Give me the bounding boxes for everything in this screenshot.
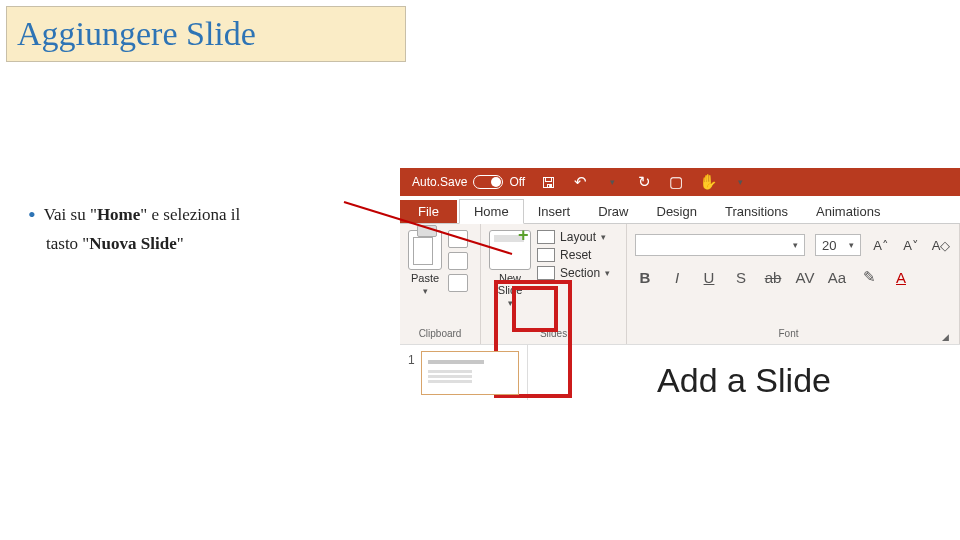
- bullet-part3a: tasto ": [46, 234, 89, 253]
- toggle-switch[interactable]: [473, 175, 503, 189]
- reset-label: Reset: [560, 248, 591, 262]
- font-name-field[interactable]: ▾: [635, 234, 805, 256]
- bullet-part2: " e seleziona il: [140, 205, 240, 224]
- new-slide-dropdown[interactable]: ▾: [508, 298, 513, 308]
- font-size-field[interactable]: 20▾: [815, 234, 861, 256]
- powerpoint-screenshot: Auto.Save Off 🖫 ↶ ▾ ↻ ▢ ✋ ▾ File Home In…: [400, 168, 960, 400]
- redo-icon[interactable]: ↻: [635, 173, 653, 191]
- group-clipboard: Paste ▾ Clipboard: [400, 224, 481, 344]
- bullet-part3b: ": [177, 234, 184, 253]
- section-button[interactable]: Section▾: [537, 266, 610, 280]
- reset-button[interactable]: Reset: [537, 248, 610, 262]
- shrink-font-icon[interactable]: A˅: [901, 238, 921, 253]
- bullet-text: • Vai su "Home" e seleziona il tasto "Nu…: [28, 195, 368, 257]
- slide-title-box: Aggiungere Slide: [6, 6, 406, 62]
- bullet-part1: Vai su ": [44, 205, 97, 224]
- italic-button[interactable]: I: [667, 269, 687, 286]
- ribbon-tabs: File Home Insert Draw Design Transitions…: [400, 196, 960, 224]
- plus-icon: +: [518, 225, 529, 246]
- tab-insert[interactable]: Insert: [524, 200, 585, 223]
- slide-canvas: Add a Slide: [528, 345, 960, 400]
- underline-button[interactable]: U: [699, 269, 719, 286]
- grow-font-icon[interactable]: A˄: [871, 238, 891, 253]
- slide-thumbnail[interactable]: [421, 351, 519, 395]
- format-painter-icon[interactable]: [448, 274, 468, 292]
- strike-button[interactable]: ab: [763, 269, 783, 286]
- tab-design[interactable]: Design: [643, 200, 711, 223]
- highlight-color-icon[interactable]: ✎: [859, 268, 879, 286]
- font-color-icon[interactable]: A: [891, 269, 911, 286]
- new-slide-label: New Slide: [498, 272, 522, 296]
- font-size-value: 20: [822, 238, 836, 253]
- undo-dropdown[interactable]: ▾: [603, 177, 621, 187]
- qat-dropdown[interactable]: ▾: [731, 177, 749, 187]
- section-label: Section: [560, 266, 600, 280]
- clear-format-icon[interactable]: A◇: [931, 238, 951, 253]
- new-slide-button[interactable]: + New Slide ▾: [489, 230, 531, 308]
- slides-group-label: Slides: [489, 328, 618, 342]
- touch-icon[interactable]: ✋: [699, 173, 717, 191]
- slide-deck: 1 Add a Slide: [400, 344, 960, 400]
- paste-label: Paste: [411, 272, 439, 284]
- new-slide-icon: +: [489, 230, 531, 270]
- group-font: ▾ 20▾ A˄ A˅ A◇ B I U S ab AV Aa ✎: [627, 224, 960, 344]
- tab-home[interactable]: Home: [459, 199, 524, 224]
- tab-animations[interactable]: Animations: [802, 200, 894, 223]
- section-icon: [537, 266, 555, 280]
- copy-icon[interactable]: [448, 252, 468, 270]
- cut-icon[interactable]: [448, 230, 468, 248]
- reset-icon: [537, 248, 555, 262]
- tab-draw[interactable]: Draw: [584, 200, 642, 223]
- tab-file[interactable]: File: [400, 200, 457, 223]
- bold-button[interactable]: B: [635, 269, 655, 286]
- paste-icon: [408, 230, 442, 270]
- ribbon-body: Paste ▾ Clipboard + New Slide ▾: [400, 224, 960, 344]
- slide-thumbnail-panel: 1: [400, 345, 528, 400]
- paste-dropdown[interactable]: ▾: [423, 286, 428, 296]
- layout-icon: [537, 230, 555, 244]
- bullet-home-word: Home: [97, 205, 140, 224]
- clipboard-group-label: Clipboard: [408, 328, 472, 342]
- layout-label: Layout: [560, 230, 596, 244]
- slide-thumb-number: 1: [408, 351, 415, 367]
- autosave-state: Off: [509, 175, 525, 189]
- bullet-nuova-word: Nuova Slide: [89, 234, 176, 253]
- titlebar: Auto.Save Off 🖫 ↶ ▾ ↻ ▢ ✋ ▾: [400, 168, 960, 196]
- save-icon[interactable]: 🖫: [539, 174, 557, 191]
- font-group-label: Font: [635, 328, 942, 342]
- font-dialog-launcher[interactable]: ◢: [942, 332, 951, 342]
- slide-canvas-text: Add a Slide: [657, 361, 831, 400]
- slideshow-icon[interactable]: ▢: [667, 173, 685, 191]
- case-button[interactable]: Aa: [827, 269, 847, 286]
- tab-transitions[interactable]: Transitions: [711, 200, 802, 223]
- group-slides: + New Slide ▾ Layout▾ Reset: [481, 224, 627, 344]
- autosave-toggle[interactable]: Auto.Save Off: [412, 175, 525, 189]
- layout-button[interactable]: Layout▾: [537, 230, 610, 244]
- autosave-label: Auto.Save: [412, 175, 467, 189]
- undo-icon[interactable]: ↶: [571, 173, 589, 191]
- shadow-button[interactable]: S: [731, 269, 751, 286]
- spacing-button[interactable]: AV: [795, 269, 815, 286]
- bullet-marker: •: [28, 202, 36, 227]
- slide-title: Aggiungere Slide: [17, 15, 256, 53]
- paste-button[interactable]: Paste ▾: [408, 230, 442, 296]
